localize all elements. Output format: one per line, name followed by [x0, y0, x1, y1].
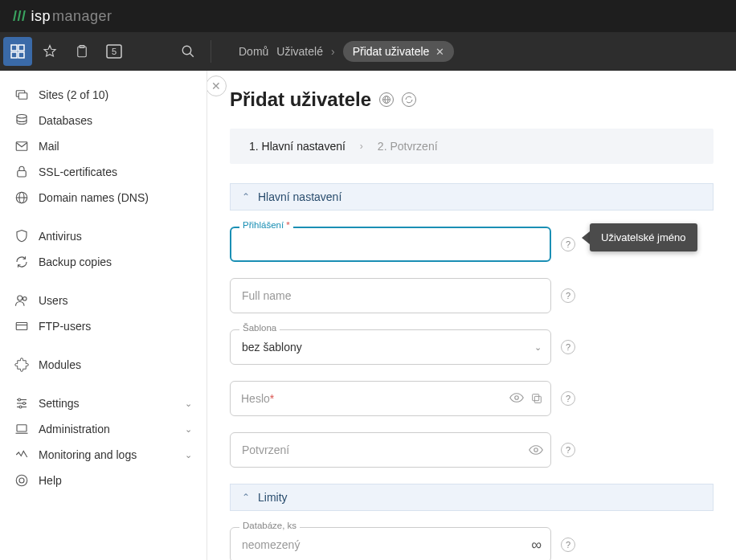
- breadcrumb-home[interactable]: Domů: [239, 45, 268, 58]
- sidebar-item-users[interactable]: Users: [8, 288, 198, 313]
- copy-icon[interactable]: [530, 392, 543, 405]
- sidebar-item-label: FTP-users: [39, 320, 91, 333]
- sidebar-item-label: Mail: [39, 140, 59, 153]
- fullname-input[interactable]: [242, 289, 539, 302]
- logo-text-manager: manager: [52, 8, 112, 25]
- password-actions: [509, 392, 543, 405]
- chevron-down-icon: ⌄: [185, 424, 192, 435]
- infinity-icon[interactable]: ∞: [531, 537, 542, 554]
- db-input[interactable]: [242, 538, 539, 551]
- svg-point-27: [19, 406, 22, 408]
- chevron-right-icon: ›: [331, 45, 335, 58]
- refresh-icon: [14, 255, 29, 269]
- chevron-down-icon: ⌄: [534, 342, 542, 353]
- svg-rect-13: [16, 142, 27, 151]
- svg-point-30: [16, 475, 27, 486]
- help-confirm[interactable]: ?: [561, 443, 575, 457]
- sidebar-item-label: Sites (2 of 10): [39, 88, 108, 101]
- login-label: Přihlášení *: [239, 220, 293, 230]
- step-1[interactable]: 1. Hlavní nastavení: [249, 140, 346, 153]
- sidebar-item-sites[interactable]: Sites (2 of 10): [8, 82, 198, 108]
- section-limits-header[interactable]: ⌃ Limity: [230, 484, 714, 511]
- sidebar-item-ftp[interactable]: FTP-users: [8, 313, 198, 339]
- sidebar-item-help[interactable]: Help: [8, 468, 198, 493]
- close-tab-icon[interactable]: ✕: [435, 46, 444, 58]
- eye-icon[interactable]: [529, 444, 543, 456]
- clipboard-icon: [75, 44, 89, 59]
- template-value: bez šablony: [242, 341, 302, 354]
- sites-icon: [14, 88, 29, 102]
- close-page-button[interactable]: ✕: [207, 76, 227, 96]
- fullname-field-wrap: [230, 278, 551, 313]
- ftp-icon: [14, 319, 29, 333]
- row-db: Databáze, ks ∞ ?: [230, 527, 714, 560]
- tooltip-arrow: [582, 231, 590, 244]
- sidebar-item-modules[interactable]: Modules: [8, 352, 198, 378]
- logo-bars-icon: ///: [13, 8, 27, 25]
- sidebar-item-dns[interactable]: Domain names (DNS): [8, 185, 198, 211]
- sidebar-item-settings[interactable]: Settings ⌄: [8, 390, 198, 416]
- chevron-right-icon: ›: [360, 141, 363, 152]
- sidebar-item-label: Administration: [39, 423, 110, 435]
- dashboard-button[interactable]: [3, 37, 32, 66]
- row-template: Šablona bez šablony ⌄ ?: [230, 329, 714, 365]
- sidebar-item-monitoring[interactable]: Monitoring and logs ⌄: [8, 442, 198, 468]
- sidebar-item-administration[interactable]: Administration ⌄: [8, 416, 198, 442]
- db-label: Databáze, ks: [239, 521, 300, 530]
- svg-rect-36: [534, 396, 541, 403]
- svg-line-9: [190, 53, 194, 57]
- sidebar-item-antivirus[interactable]: Antivirus: [8, 223, 198, 249]
- svg-point-31: [19, 478, 24, 483]
- chevron-down-icon: ⌄: [185, 450, 192, 460]
- sidebar-item-backup[interactable]: Backup copies: [8, 249, 198, 275]
- star-button[interactable]: [35, 37, 64, 66]
- sidebar-item-ssl[interactable]: SSL-certificates: [8, 159, 198, 185]
- step-2[interactable]: 2. Potvrzení: [378, 140, 438, 153]
- confirm-input[interactable]: [242, 444, 539, 456]
- help-login[interactable]: ?: [561, 237, 575, 251]
- sidebar-item-label: SSL-certificates: [39, 166, 117, 178]
- svg-rect-14: [18, 171, 27, 178]
- app-header: /// ispmanager: [0, 0, 736, 32]
- sidebar-item-label: Users: [39, 294, 68, 307]
- steps: 1. Hlavní nastavení › 2. Potvrzení: [230, 129, 714, 164]
- svg-point-26: [23, 403, 26, 405]
- sidebar-item-label: Backup copies: [39, 255, 112, 268]
- section-title: Limity: [258, 491, 288, 504]
- template-select[interactable]: bez šablony ⌄: [230, 329, 551, 365]
- svg-rect-20: [16, 323, 27, 330]
- globe-icon: [14, 190, 29, 205]
- section-title: Hlavní nastavení: [258, 190, 341, 203]
- chevron-down-icon: ⌄: [185, 399, 192, 409]
- search-button[interactable]: [174, 37, 202, 66]
- globe-small-icon[interactable]: [379, 92, 394, 107]
- password-input[interactable]: [242, 392, 499, 405]
- breadcrumb-tab[interactable]: Přidat uživatele ✕: [343, 41, 455, 62]
- refresh-small-icon[interactable]: [402, 92, 416, 107]
- confirm-actions: [529, 444, 543, 456]
- row-login: Přihlášení * ? Uživatelské jméno: [230, 227, 714, 262]
- breadcrumb-users[interactable]: Uživatelé: [276, 45, 323, 58]
- help-fullname[interactable]: ?: [561, 288, 575, 303]
- section-main-header[interactable]: ⌃ Hlavní nastavení: [230, 183, 714, 211]
- svg-rect-0: [11, 45, 17, 51]
- sidebar-item-label: Modules: [39, 358, 81, 371]
- breadcrumb-tab-label: Přidat uživatele: [353, 45, 430, 58]
- counter-button[interactable]: 5: [100, 37, 129, 66]
- eye-icon[interactable]: [509, 392, 524, 405]
- help-password[interactable]: ?: [561, 391, 575, 406]
- sidebar-item-mail[interactable]: Mail: [8, 133, 198, 159]
- dashboard-icon: [10, 44, 25, 59]
- svg-point-35: [515, 396, 519, 400]
- users-icon: [14, 293, 29, 308]
- mail-icon: [14, 139, 29, 153]
- help-template[interactable]: ?: [561, 340, 575, 354]
- sidebar-item-databases[interactable]: Databases: [8, 108, 198, 133]
- search-icon: [181, 44, 195, 59]
- password-field-wrap: Heslo*: [230, 381, 551, 416]
- help-db[interactable]: ?: [561, 538, 575, 552]
- login-input[interactable]: [243, 238, 538, 251]
- clipboard-button[interactable]: [67, 37, 96, 66]
- svg-point-19: [23, 297, 27, 301]
- template-label: Šablona: [239, 323, 280, 333]
